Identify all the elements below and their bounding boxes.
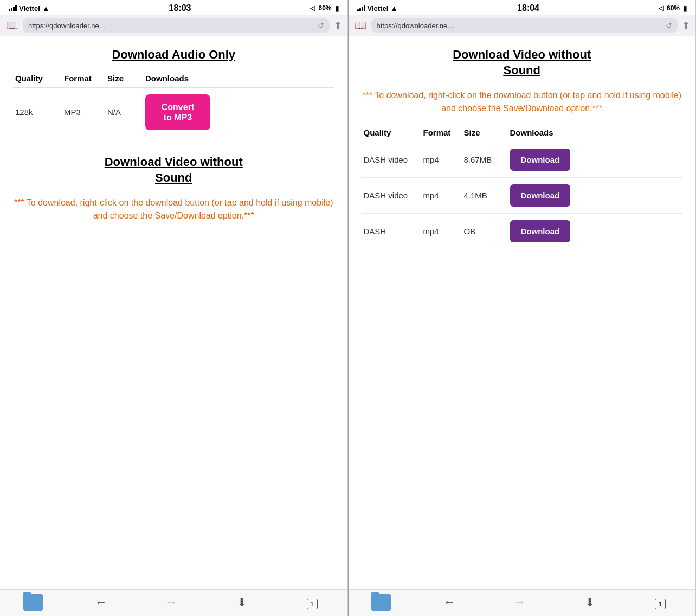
wifi-icon-right: ▲ — [390, 4, 398, 12]
header-size-audio: Size — [107, 74, 145, 83]
cell-size-v3: OB — [464, 227, 510, 236]
share-icon-left[interactable]: ⬆ — [334, 20, 342, 31]
cell-format-v2: mp4 — [423, 191, 464, 200]
signal-bars — [9, 5, 17, 11]
cell-size-v2: 4.1MB — [464, 191, 510, 200]
back-button-left[interactable]: ← — [89, 595, 113, 609]
video-section-title-right: Download Video withoutSound — [362, 47, 683, 78]
forward-button-right[interactable]: → — [508, 595, 532, 609]
audio-table-row: 128k MP3 N/A Convertto MP3 — [13, 88, 334, 137]
cell-quality-v1: DASH video — [364, 155, 423, 164]
status-bar-right: Viettel ▲ 18:04 ◁ 60% ▮ — [349, 0, 696, 15]
wifi-icon-left: ▲ — [42, 4, 50, 12]
cell-size-audio: N/A — [107, 107, 145, 117]
download-button-v2[interactable]: Download — [510, 184, 571, 207]
content-left: Download Audio Only Quality Format Size … — [0, 36, 347, 589]
header-format-audio: Format — [64, 74, 107, 83]
battery-icon-right: ▮ — [683, 4, 687, 12]
right-phone-panel: Viettel ▲ 18:04 ◁ 60% ▮ 📖 https://qdownl… — [349, 0, 697, 616]
tabs-button-right[interactable]: 1 — [648, 595, 672, 610]
download-button-toolbar-right[interactable]: ⬇ — [578, 595, 602, 609]
status-left: Viettel ▲ — [9, 4, 50, 12]
cell-quality-v3: DASH — [364, 227, 423, 236]
folder-icon-left[interactable] — [23, 594, 43, 611]
status-right-left: ◁ 60% ▮ — [310, 4, 338, 12]
folder-tab-left[interactable] — [23, 594, 43, 611]
folder-tab-right[interactable] — [371, 594, 391, 611]
header-quality-audio: Quality — [15, 74, 64, 83]
header-downloads-audio: Downloads — [145, 74, 332, 83]
carrier-name-left: Viettel — [19, 4, 40, 12]
bookmark-icon-right[interactable]: 📖 — [354, 20, 367, 31]
warning-text-left: *** To download, right-click on the down… — [13, 196, 334, 222]
left-phone-panel: Viettel ▲ 18:03 ◁ 60% ▮ 📖 https://qdownl… — [0, 0, 348, 616]
download-button-v3[interactable]: Download — [510, 220, 571, 242]
tab-count-left[interactable]: 1 — [307, 599, 318, 609]
battery-label-left: 60% — [318, 4, 331, 12]
header-size-video: Size — [464, 128, 510, 137]
tabs-button-left[interactable]: 1 — [300, 595, 324, 610]
download-button-left[interactable]: ⬇ — [230, 595, 254, 609]
status-right-right: ◁ 60% ▮ — [659, 4, 687, 12]
cell-format-v3: mp4 — [423, 227, 464, 236]
header-format-video: Format — [423, 128, 464, 137]
time-right: 18:04 — [517, 3, 539, 13]
audio-table-header: Quality Format Size Downloads — [13, 74, 334, 88]
video-table-row-3: DASH mp4 OB Download — [362, 214, 683, 249]
cell-quality-v2: DASH video — [364, 191, 423, 200]
browser-bar-right: 📖 https://qdownloader.ne... ↺ ⬆ — [349, 15, 696, 36]
tab-count-right[interactable]: 1 — [655, 599, 666, 609]
battery-icon-left: ▮ — [335, 4, 339, 12]
cell-size-v1: 8.67MB — [464, 155, 510, 164]
cell-download-v3: Download — [510, 220, 681, 242]
folder-icon-right[interactable] — [371, 594, 391, 611]
browser-bar-left: 📖 https://qdownloader.ne... ↺ ⬆ — [0, 15, 347, 36]
cell-quality-audio: 128k — [15, 107, 64, 117]
video-section-title-left: Download Video withoutSound — [13, 155, 334, 185]
cell-download-v1: Download — [510, 149, 681, 171]
content-right: Download Video withoutSound *** To downl… — [349, 36, 696, 589]
cell-format-v1: mp4 — [423, 155, 464, 164]
video-table-row-2: DASH video mp4 4.1MB Download — [362, 178, 683, 214]
share-icon-right[interactable]: ⬆ — [682, 20, 690, 31]
status-bar-left: Viettel ▲ 18:03 ◁ 60% ▮ — [0, 0, 347, 15]
cell-format-audio: MP3 — [64, 107, 107, 117]
reload-icon-left[interactable]: ↺ — [318, 21, 324, 30]
location-icon-right: ◁ — [659, 4, 663, 12]
url-bar-right[interactable]: https://qdownloader.ne... ↺ — [371, 18, 678, 33]
time-left: 18:03 — [169, 3, 191, 13]
bottom-toolbar-right: ← → ⬇ 1 — [349, 589, 696, 616]
cell-downloads-audio: Convertto MP3 — [145, 94, 332, 130]
header-downloads-video: Downloads — [510, 128, 681, 137]
url-text-left: https://qdownloader.ne... — [28, 22, 314, 30]
cell-download-v2: Download — [510, 184, 681, 207]
video-table-header: Quality Format Size Downloads — [362, 128, 683, 142]
url-text-right: https://qdownloader.ne... — [377, 22, 663, 30]
url-bar-left[interactable]: https://qdownloader.ne... ↺ — [23, 18, 330, 33]
carrier-name-right: Viettel — [368, 4, 389, 12]
status-left-right: Viettel ▲ — [357, 4, 398, 12]
back-button-right[interactable]: ← — [437, 595, 461, 609]
forward-button-left[interactable]: → — [159, 595, 183, 609]
signal-bars-right — [357, 5, 365, 11]
audio-section-title: Download Audio Only — [13, 47, 334, 63]
download-button-v1[interactable]: Download — [510, 149, 571, 171]
bookmark-icon-left[interactable]: 📖 — [5, 20, 18, 31]
convert-to-mp3-button[interactable]: Convertto MP3 — [145, 94, 210, 130]
reload-icon-right[interactable]: ↺ — [666, 21, 672, 30]
location-icon-left: ◁ — [310, 4, 315, 12]
battery-label-right: 60% — [667, 4, 680, 12]
bottom-toolbar-left: ← → ⬇ 1 — [0, 589, 347, 616]
video-table-row-1: DASH video mp4 8.67MB Download — [362, 142, 683, 178]
header-quality-video: Quality — [364, 128, 423, 137]
warning-text-right: *** To download, right-click on the down… — [362, 89, 683, 115]
